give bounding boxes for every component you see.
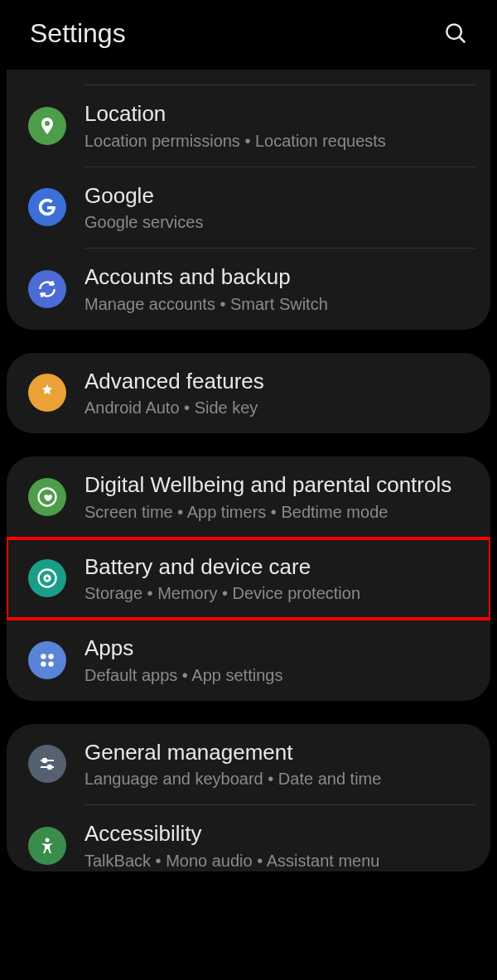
- google-icon: [28, 188, 66, 226]
- item-title: Apps: [84, 635, 474, 662]
- item-title: Accessibility: [84, 820, 474, 847]
- svg-line-1: [460, 37, 466, 43]
- item-subtitle: Android Auto • Side key: [84, 397, 474, 418]
- search-icon: [443, 21, 468, 46]
- item-text: Apps Default apps • App settings: [84, 635, 474, 686]
- item-title: Google: [84, 182, 474, 210]
- item-title: Accounts and backup: [84, 263, 474, 291]
- settings-item-wellbeing[interactable]: Digital Wellbeing and parental controls …: [7, 456, 490, 538]
- svg-point-14: [46, 838, 50, 842]
- apps-icon: [28, 641, 66, 679]
- settings-item-battery[interactable]: Battery and device care Storage • Memory…: [7, 538, 490, 620]
- search-button[interactable]: [439, 17, 472, 50]
- svg-point-0: [446, 24, 461, 39]
- item-text: Accounts and backup Manage accounts • Sm…: [84, 263, 474, 315]
- item-title: Location: [84, 100, 474, 128]
- svg-point-11: [43, 759, 46, 762]
- item-text: General management Language and keyboard…: [84, 739, 474, 790]
- header: Settings: [0, 0, 497, 70]
- item-text: Advanced features Android Auto • Side ke…: [84, 368, 474, 419]
- settings-group: General management Language and keyboard…: [7, 724, 490, 871]
- settings-group: Location Location permissions • Location…: [7, 70, 490, 330]
- item-text: Google Google services: [84, 182, 474, 234]
- item-subtitle: Manage accounts • Smart Switch: [84, 293, 474, 315]
- sliders-icon: [28, 745, 66, 783]
- item-text: Digital Wellbeing and parental controls …: [84, 471, 474, 523]
- wellbeing-icon: [28, 478, 66, 516]
- settings-item-location[interactable]: Location Location permissions • Location…: [7, 85, 490, 167]
- advanced-icon: [28, 374, 66, 412]
- item-subtitle: Language and keyboard • Date and time: [84, 768, 474, 789]
- item-subtitle: Screen time • App timers • Bedtime mode: [84, 501, 474, 523]
- location-icon: [28, 107, 66, 145]
- settings-item-google[interactable]: Google Google services: [7, 167, 490, 249]
- settings-item-apps[interactable]: Apps Default apps • App settings: [7, 620, 490, 701]
- settings-item-general[interactable]: General management Language and keyboard…: [7, 724, 490, 805]
- item-subtitle: Storage • Memory • Device protection: [84, 582, 474, 604]
- item-subtitle: TalkBack • Mono audio • Assistant menu: [84, 850, 474, 871]
- svg-point-13: [48, 765, 51, 769]
- settings-item-accounts[interactable]: Accounts and backup Manage accounts • Sm…: [7, 249, 490, 330]
- accessibility-icon: [28, 827, 66, 865]
- item-text: Location Location permissions • Location…: [84, 100, 474, 152]
- item-text: Accessibility TalkBack • Mono audio • As…: [84, 820, 474, 871]
- settings-item-advanced[interactable]: Advanced features Android Auto • Side ke…: [7, 353, 490, 434]
- device-care-icon: [28, 559, 66, 597]
- svg-point-6: [41, 654, 46, 659]
- settings-group: Advanced features Android Auto • Side ke…: [7, 353, 490, 434]
- svg-point-7: [48, 654, 53, 659]
- svg-point-9: [48, 661, 53, 666]
- item-subtitle: Google services: [84, 211, 474, 233]
- sync-icon: [28, 270, 66, 308]
- item-subtitle: Default apps • App settings: [84, 664, 474, 686]
- item-subtitle: Location permissions • Location requests: [84, 130, 474, 152]
- item-title: General management: [84, 739, 474, 766]
- item-title: Digital Wellbeing and parental controls: [84, 471, 474, 499]
- svg-point-5: [46, 577, 49, 581]
- item-title: Advanced features: [84, 368, 474, 395]
- item-title: Battery and device care: [84, 553, 474, 581]
- settings-group: Digital Wellbeing and parental controls …: [7, 456, 490, 701]
- item-text: Battery and device care Storage • Memory…: [84, 553, 474, 605]
- settings-item-accessibility[interactable]: Accessibility TalkBack • Mono audio • As…: [7, 805, 490, 871]
- page-title: Settings: [30, 18, 126, 49]
- svg-point-8: [41, 661, 46, 666]
